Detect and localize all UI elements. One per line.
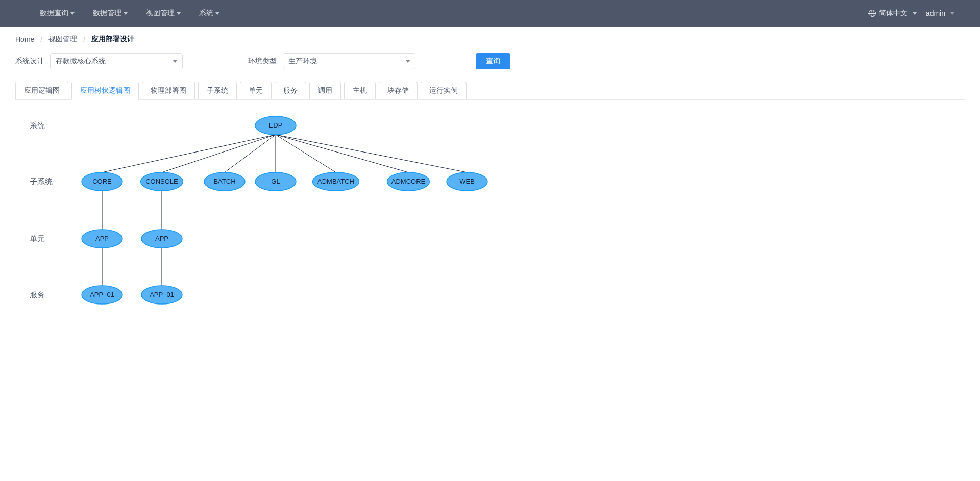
chevron-down-icon (406, 60, 410, 63)
tree-node-admcore[interactable]: ADMCORE (387, 172, 430, 191)
tree-node-admbatch[interactable]: ADMBATCH (312, 172, 359, 191)
tree-row-label: 子系统 (30, 177, 53, 187)
svg-text:APP: APP (95, 235, 109, 242)
breadcrumb-home[interactable]: Home (15, 35, 34, 43)
tree-node-app_01[interactable]: APP_01 (82, 286, 122, 304)
tree-node-app_01[interactable]: APP_01 (141, 286, 182, 304)
tree-node-web[interactable]: WEB (447, 172, 487, 191)
tree-row-label: 服务 (30, 290, 45, 300)
chevron-down-icon (124, 12, 128, 15)
nav-left: 数据查询 数据管理 视图管理 系统 (15, 0, 229, 27)
tree-edge (276, 135, 467, 172)
chevron-down-icon (173, 60, 177, 63)
content-area: Home / 视图管理 / 应用部署设计 系统设计 存款微核心系统 环境类型 生… (0, 27, 980, 343)
breadcrumb-current: 应用部署设计 (91, 35, 134, 44)
nav-item-data-manage[interactable]: 数据管理 (84, 0, 137, 27)
breadcrumb-separator: / (40, 35, 42, 43)
tree-edge (162, 135, 276, 172)
user-menu[interactable]: admin (926, 9, 954, 17)
nav-item-view-manage[interactable]: 视图管理 (137, 0, 190, 27)
svg-text:CORE: CORE (92, 178, 112, 185)
tab-2[interactable]: 物理部署图 (142, 82, 195, 99)
tab-0[interactable]: 应用逻辑图 (15, 82, 68, 99)
env-type-group: 环境类型 生产环境 (248, 53, 415, 69)
tree-edge (102, 135, 276, 172)
chevron-down-icon (913, 12, 917, 15)
top-nav: 数据查询 数据管理 视图管理 系统 简体中文 admin (0, 0, 980, 27)
tree-node-app[interactable]: APP (82, 230, 122, 248)
chevron-down-icon (950, 12, 954, 15)
system-design-label: 系统设计 (15, 57, 44, 66)
tab-9[interactable]: 运行实例 (421, 82, 467, 99)
tree-node-core[interactable]: CORE (82, 172, 122, 191)
svg-text:CONSOLE: CONSOLE (145, 178, 178, 185)
tabs: 应用逻辑图应用树状逻辑图物理部署图子系统单元服务调用主机块存储运行实例 (15, 82, 965, 100)
query-button[interactable]: 查询 (476, 53, 510, 69)
breadcrumb-separator: / (83, 35, 85, 43)
breadcrumb-view-manage[interactable]: 视图管理 (48, 35, 77, 44)
tab-5[interactable]: 服务 (275, 82, 306, 99)
svg-text:APP_01: APP_01 (150, 291, 174, 298)
env-type-select[interactable]: 生产环境 (283, 53, 415, 69)
tree-edge (276, 135, 336, 172)
tree-svg: EDPCORECONSOLEBATCHGLADMBATCHADMCOREWEBA… (26, 110, 536, 314)
tree-node-batch[interactable]: BATCH (204, 172, 245, 191)
tree-node-gl[interactable]: GL (255, 172, 296, 191)
breadcrumb: Home / 视图管理 / 应用部署设计 (15, 35, 965, 44)
system-design-group: 系统设计 存款微核心系统 (15, 53, 183, 69)
svg-text:ADMCORE: ADMCORE (391, 178, 426, 185)
tree-row-label: 单元 (30, 234, 45, 244)
svg-text:APP_01: APP_01 (90, 291, 114, 298)
tree-node-app[interactable]: APP (141, 230, 182, 248)
tree-node-console[interactable]: CONSOLE (141, 172, 183, 191)
nav-item-system[interactable]: 系统 (190, 0, 229, 27)
svg-text:BATCH: BATCH (213, 178, 235, 185)
svg-text:ADMBATCH: ADMBATCH (317, 178, 354, 185)
svg-text:EDP: EDP (269, 121, 283, 129)
tab-4[interactable]: 单元 (240, 82, 272, 99)
tree-node-edp[interactable]: EDP (255, 116, 296, 135)
chevron-down-icon (177, 12, 181, 15)
tab-7[interactable]: 主机 (344, 82, 376, 99)
globe-icon (869, 10, 876, 17)
chevron-down-icon (215, 12, 219, 15)
svg-text:WEB: WEB (459, 178, 475, 185)
tab-6[interactable]: 调用 (309, 82, 341, 99)
tree-diagram-wrap: EDPCORECONSOLEBATCHGLADMBATCHADMCOREWEBA… (15, 100, 965, 335)
tab-3[interactable]: 子系统 (198, 82, 237, 99)
chevron-down-icon (70, 12, 75, 15)
env-type-label: 环境类型 (248, 57, 277, 66)
nav-right: 简体中文 admin (869, 9, 965, 18)
language-selector[interactable]: 简体中文 (869, 9, 917, 18)
nav-item-data-query[interactable]: 数据查询 (31, 0, 84, 27)
svg-text:APP: APP (155, 235, 168, 242)
tab-8[interactable]: 块存储 (379, 82, 418, 99)
tree-row-label: 系统 (30, 121, 45, 131)
svg-text:GL: GL (271, 178, 280, 185)
system-design-select[interactable]: 存款微核心系统 (50, 53, 183, 69)
filter-row: 系统设计 存款微核心系统 环境类型 生产环境 查询 (15, 53, 965, 69)
tree-edge (276, 135, 408, 172)
tab-1[interactable]: 应用树状逻辑图 (71, 82, 139, 99)
tree-diagram: EDPCORECONSOLEBATCHGLADMBATCHADMCOREWEBA… (15, 100, 965, 335)
